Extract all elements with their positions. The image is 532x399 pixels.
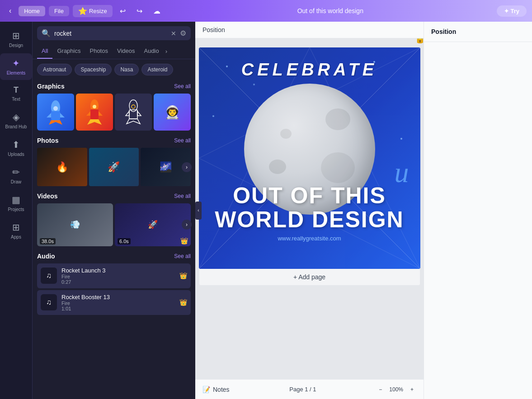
video-item[interactable]: 🚀 6.0s 👑 — [115, 203, 191, 246]
videos-section: Videos See all 💨 38.0s 🚀 6.0s — [33, 188, 195, 248]
svg-marker-2 — [49, 120, 62, 125]
tab-graphics[interactable]: Graphics — [52, 44, 85, 59]
svg-marker-16 — [137, 111, 141, 116]
sidebar-item-draw[interactable]: ✏ Draw — [0, 162, 32, 189]
sidebar-item-projects[interactable]: ▦ Projects — [0, 190, 32, 216]
videos-scroll-right[interactable]: › — [182, 220, 192, 230]
audio-info: Rocket Launch 3 Fire 0:27 — [61, 267, 175, 285]
crown-icon: 👑 — [180, 237, 188, 244]
position-panel-header: Position — [424, 22, 532, 42]
try-button[interactable]: ✦ Try — [497, 5, 527, 17]
audio-section-header: Audio See all — [37, 253, 191, 260]
notes-icon: 📝 — [202, 386, 210, 393]
graphic-item[interactable]: 👨‍🚀 — [154, 94, 191, 131]
audio-section: Audio See all ♫ Rocket Launch 3 Fire 0:2… — [33, 248, 195, 317]
sidebar-item-brand-hub[interactable]: ◈ Brand Hub — [0, 107, 32, 134]
right-panel: Position — [424, 22, 532, 399]
audio-see-all-button[interactable]: See all — [174, 253, 191, 259]
chip-spaceship[interactable]: Spaceship — [75, 64, 112, 75]
photo-item[interactable]: 🔥 — [37, 148, 87, 186]
search-icon: 🔍 — [42, 29, 51, 38]
tab-videos[interactable]: Videos — [113, 44, 140, 59]
tab-photos[interactable]: Photos — [85, 44, 112, 59]
chip-asteroid[interactable]: Asteroid — [141, 64, 173, 75]
graphics-grid: 👨‍🚀 — [37, 94, 191, 131]
photos-scroll-right[interactable]: › — [182, 162, 192, 172]
cloud-save-button[interactable]: ☁ — [150, 5, 164, 17]
graphics-section: Graphics See all — [33, 78, 195, 132]
uploads-icon: ⬆ — [12, 139, 20, 150]
tab-all[interactable]: All — [37, 44, 52, 59]
chip-nasa[interactable]: Nasa — [114, 64, 139, 75]
photos-see-all-button[interactable]: See all — [174, 137, 191, 144]
graphic-item[interactable] — [37, 94, 74, 131]
crown-icon: 👑 — [179, 299, 187, 306]
audio-name: Rocket Booster 13 — [61, 294, 175, 300]
zoom-out-button[interactable]: − — [376, 385, 385, 394]
photos-section-header: Photos See all — [37, 137, 191, 144]
tabs-scroll-right[interactable]: › — [164, 46, 169, 56]
design-icon: ⊞ — [12, 30, 20, 41]
resize-button[interactable]: ⭐ Resize — [73, 5, 113, 17]
search-filter-button[interactable]: ⚙ — [180, 29, 186, 38]
hide-panel-toggle[interactable]: ‹ — [195, 202, 202, 220]
svg-marker-10 — [99, 111, 103, 116]
audio-list: ♫ Rocket Launch 3 Fire 0:27 👑 ♫ Rocket B… — [37, 263, 191, 315]
videos-see-all-button[interactable]: See all — [174, 193, 191, 199]
undo-button[interactable]: ↩ — [116, 5, 129, 17]
audio-category: Fire — [61, 300, 175, 306]
redo-button[interactable]: ↪ — [133, 5, 146, 17]
sidebar-item-elements[interactable]: ✦ Elements — [0, 53, 32, 80]
home-button[interactable]: Home — [19, 6, 45, 16]
svg-marker-8 — [87, 119, 102, 125]
graphics-see-all-button[interactable]: See all — [174, 83, 191, 89]
video-item[interactable]: 💨 38.0s — [37, 203, 113, 246]
audio-item[interactable]: ♫ Rocket Booster 13 Fire 1:01 👑 — [37, 290, 191, 315]
chip-astronaut[interactable]: Astronaut — [37, 64, 72, 75]
photos-section: Photos See all 🔥 🚀 🌌 › — [33, 132, 195, 188]
svg-marker-15 — [126, 111, 129, 116]
crown-icon: 👑 — [179, 272, 187, 279]
video-duration: 38.0s — [40, 238, 56, 244]
rocket-blue-svg — [44, 99, 67, 126]
search-input[interactable] — [54, 30, 167, 37]
sidebar-item-text[interactable]: T Text — [0, 81, 32, 106]
zoom-level-button[interactable]: 100% — [386, 385, 406, 394]
apps-icon: ⊞ — [12, 222, 20, 233]
page-info: Page 1 / 1 — [289, 386, 316, 393]
graphics-section-title: Graphics — [37, 83, 65, 90]
sidebar-item-apps[interactable]: ⊞ Apps — [0, 217, 32, 244]
zoom-in-button[interactable]: + — [408, 385, 416, 394]
svg-rect-1 — [51, 111, 60, 120]
tab-audio[interactable]: Audio — [139, 44, 163, 59]
main-text-line1: OUT OF THIS — [199, 184, 420, 208]
sidebar-icons: ⊞ Design ✦ Elements T Text ◈ Brand Hub ⬆… — [0, 22, 33, 399]
back-button[interactable]: ‹ — [5, 5, 15, 17]
notes-button[interactable]: 📝 Notes — [202, 386, 230, 393]
audio-icon: ♫ — [41, 294, 57, 310]
graphic-item[interactable] — [115, 94, 152, 131]
rocket-outline-svg — [123, 99, 144, 126]
lock-icon: 🔒 — [415, 38, 424, 44]
svg-marker-14 — [127, 119, 140, 124]
main-text-block: OUT OF THIS WORLD DESIGN www.reallygreat… — [199, 184, 420, 242]
file-button[interactable]: File — [49, 6, 69, 16]
tabs-row: All Graphics Photos Videos Audio › — [33, 44, 195, 59]
zoom-controls: − 100% + — [376, 385, 416, 394]
search-clear-button[interactable]: ✕ — [171, 30, 176, 37]
svg-rect-13 — [129, 110, 137, 119]
photo-item[interactable]: 🚀 — [89, 148, 139, 186]
graphic-item[interactable] — [76, 94, 113, 131]
svg-marker-9 — [86, 111, 90, 116]
topbar: ‹ Home File ⭐ Resize ↩ ↪ ☁ Out of this w… — [0, 0, 532, 22]
moon-crater — [269, 160, 286, 174]
rocket-orange-svg — [85, 98, 105, 127]
videos-section-title: Videos — [37, 192, 58, 200]
design-card[interactable]: CELEBRATE u OUT OF T — [199, 47, 420, 269]
sidebar-item-uploads[interactable]: ⬆ Uploads — [0, 135, 32, 161]
add-page-bar[interactable]: + Add page — [199, 269, 420, 286]
audio-item[interactable]: ♫ Rocket Launch 3 Fire 0:27 👑 — [37, 263, 191, 288]
projects-icon: ▦ — [12, 194, 20, 205]
canvas-scroll[interactable]: 🔒 — [195, 38, 424, 379]
sidebar-item-design[interactable]: ⊞ Design — [0, 26, 32, 52]
